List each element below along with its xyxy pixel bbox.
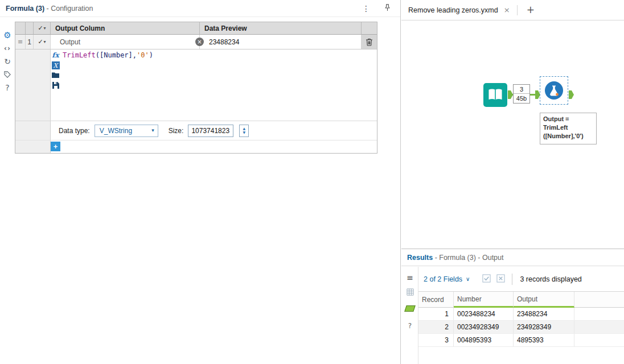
record-cell[interactable]: 1	[418, 308, 454, 320]
formula-editor-toolbar: fx X	[51, 49, 60, 121]
annotation-line: ([Number],'0')	[543, 132, 593, 140]
size-stepper[interactable]: ▲ ▼	[239, 125, 249, 137]
formula-editor-row: fx X TrimLeft([Number],'0')	[15, 49, 377, 121]
record-cell[interactable]: 3	[418, 334, 454, 346]
output-column-input[interactable]	[55, 35, 199, 49]
panel-header-icons: ⋮	[362, 4, 391, 13]
new-tab-button[interactable]: +	[527, 5, 535, 15]
add-expression-button[interactable]: +	[51, 142, 60, 151]
tool-annotation[interactable]: Output = TrimLeft ([Number],'0')	[540, 113, 597, 144]
check-icon: ✓	[38, 39, 43, 45]
number-cell[interactable]: 004895393	[454, 334, 514, 346]
formula-tool-selected[interactable]	[540, 76, 568, 105]
input-data-tool[interactable]	[483, 83, 507, 107]
annotation-line: Output =	[543, 115, 593, 123]
configuration-panel: Formula (3) - Configuration ⋮ ⚙ ‹› ↻ ?	[0, 0, 401, 364]
data-size: 45b	[514, 94, 529, 103]
number-cell[interactable]: 0023488234	[454, 308, 514, 320]
drag-grip-icon[interactable]: ≡	[15, 35, 26, 49]
records-summary: 3 records displayed	[520, 275, 581, 283]
x-box-clear-icon[interactable]	[496, 274, 505, 284]
expression-string: '0'	[137, 51, 149, 59]
output-column-header[interactable]: Output Column	[51, 22, 200, 34]
table-row[interactable]: 3 004895393 4895393	[418, 334, 624, 347]
data-type-row: Data type: V_WString ▾ Size: ▲ ▼	[15, 121, 377, 140]
expression-row[interactable]: ≡ 1 ✓ ▾ × 23488234	[15, 35, 377, 49]
column-header-record[interactable]: Record	[418, 292, 454, 308]
functions-icon[interactable]: fx	[52, 51, 59, 59]
delete-expression-button[interactable]	[362, 35, 377, 49]
grip-header-cell	[15, 22, 26, 34]
tab-separator	[517, 5, 518, 15]
record-cell[interactable]: 2	[418, 321, 454, 333]
row-check-dropdown[interactable]: ✓ ▾	[34, 35, 51, 49]
data-type-value: V_WString	[100, 127, 132, 135]
flask-icon	[544, 81, 564, 100]
variables-icon[interactable]: X	[52, 61, 60, 69]
data-type-select[interactable]: V_WString ▾	[95, 125, 158, 137]
formula-tool-output-anchor[interactable]	[569, 90, 574, 99]
data-preview-header[interactable]: Data Preview	[200, 22, 362, 34]
toolbar-icons	[482, 274, 505, 284]
input-tool-output-anchor[interactable]	[508, 90, 513, 99]
chevron-down-icon: ▾	[44, 26, 46, 31]
row-number: 1	[26, 35, 34, 49]
metadata-list-icon[interactable]: ≡	[401, 274, 418, 282]
chevron-down-icon: ▾	[44, 40, 46, 44]
stepper-down-icon[interactable]: ▼	[243, 131, 246, 134]
expression-grid: ✓ ▾ Output Column Data Preview ≡ 1 ✓ ▾	[15, 22, 377, 154]
checkbox-apply-icon[interactable]	[482, 274, 491, 284]
clear-field-icon[interactable]: ×	[195, 38, 204, 46]
results-body: ≡ ? 2 of 2 Fields ∨	[401, 267, 624, 364]
results-side-toolbar: ≡ ?	[401, 267, 418, 364]
output-cell[interactable]: 23488234	[514, 308, 574, 320]
chevron-down-icon: ∨	[466, 276, 470, 282]
formula-expression[interactable]: TrimLeft([Number],'0')	[60, 49, 377, 121]
output-anchor-icon[interactable]	[401, 305, 418, 312]
check-icon: ✓	[38, 25, 43, 31]
connection-progress-badge[interactable]: 3 45b	[513, 84, 530, 104]
table-row[interactable]: 2 00234928349 234928349	[418, 321, 624, 334]
rownum-header-cell	[26, 22, 34, 34]
results-main: 2 of 2 Fields ∨ 3 records di	[418, 267, 624, 364]
results-title: Results	[407, 254, 433, 262]
workflow-tab-title: Remove leading zeros.yxmd	[408, 6, 498, 14]
tab-close-icon[interactable]: ×	[504, 6, 510, 14]
table-row[interactable]: 1 0023488234 23488234	[418, 308, 624, 321]
record-count: 3	[514, 85, 529, 94]
data-preview-cell: 23488234	[200, 35, 362, 49]
number-cell[interactable]: 00234928349	[454, 321, 514, 333]
expression-args: ([Number],	[96, 51, 137, 59]
help-icon[interactable]: ?	[2, 83, 13, 92]
results-toolbar: 2 of 2 Fields ∨ 3 records di	[418, 267, 624, 292]
configuration-panel-header: Formula (3) - Configuration ⋮	[0, 0, 400, 17]
output-cell[interactable]: 4895393	[514, 334, 574, 346]
annotation-tag-icon[interactable]	[2, 70, 13, 79]
results-header: Results - Formula (3) - Output	[401, 249, 624, 266]
fields-dropdown[interactable]: 2 of 2 Fields ∨	[424, 275, 470, 283]
column-header-number[interactable]: Number	[454, 292, 514, 308]
book-icon	[487, 86, 504, 104]
size-input[interactable]	[188, 125, 233, 137]
workflow-canvas[interactable]: 3 45b Output = TrimLeft ([Number],'0')	[401, 20, 624, 249]
overflow-menu-icon[interactable]: ⋮	[362, 5, 370, 13]
delete-header-cell	[362, 22, 377, 34]
pin-icon[interactable]	[384, 4, 391, 13]
column-header-fill	[574, 292, 624, 308]
annotation-line: TrimLeft	[543, 123, 593, 132]
save-icon[interactable]	[52, 82, 59, 90]
refresh-icon[interactable]: ↻	[2, 57, 13, 66]
help-icon[interactable]: ?	[401, 322, 418, 329]
workflow-tab[interactable]: Remove leading zeros.yxmd ×	[401, 0, 517, 20]
select-all-dropdown[interactable]: ✓ ▾	[34, 22, 51, 34]
settings-icon[interactable]: ⚙	[2, 31, 13, 40]
formula-editor[interactable]: fx X TrimLeft([Number],'0')	[51, 49, 377, 121]
add-expression-row: +	[15, 140, 377, 153]
open-folder-icon[interactable]	[52, 72, 59, 80]
table-view-icon[interactable]	[401, 288, 418, 296]
code-icon[interactable]: ‹›	[2, 44, 13, 53]
column-header-output[interactable]: Output	[514, 292, 574, 308]
output-cell[interactable]: 234928349	[514, 321, 574, 333]
expression-function: TrimLeft	[63, 51, 96, 59]
chevron-down-icon: ▾	[151, 128, 154, 133]
